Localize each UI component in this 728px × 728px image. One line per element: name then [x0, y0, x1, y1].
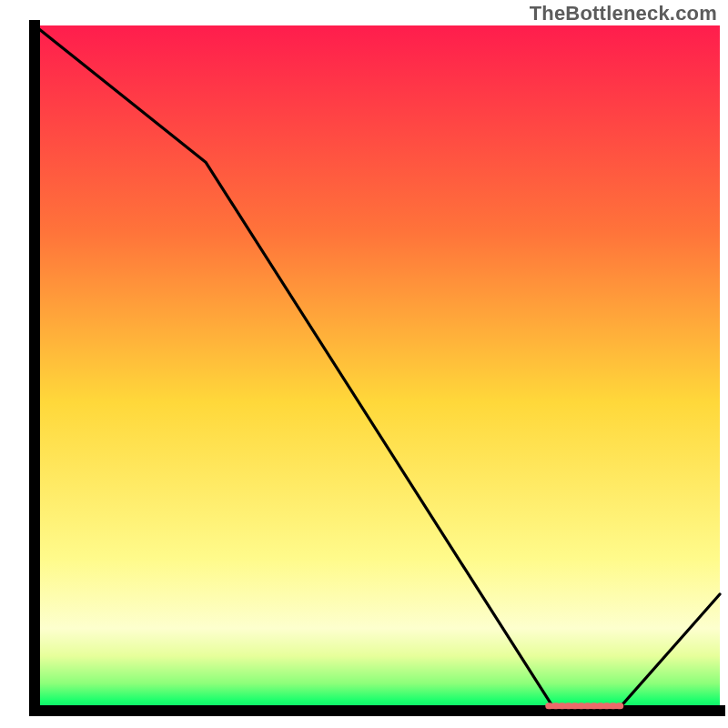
plot-background [35, 25, 720, 711]
bottleneck-chart [0, 0, 728, 728]
watermark-text: TheBottleneck.com [530, 2, 717, 25]
chart-container: TheBottleneck.com [0, 0, 728, 728]
